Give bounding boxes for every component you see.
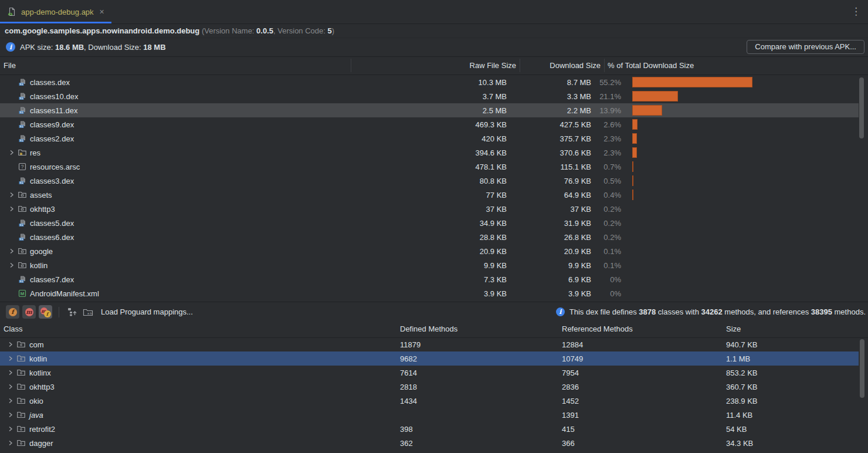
file-table: 01classes.dex10.3 MB8.7 MB55.2%01classes… bbox=[0, 75, 868, 300]
defined-methods: 11879 bbox=[400, 340, 421, 349]
tab-apk-analyzer[interactable]: app-demo-debug.apk × bbox=[0, 0, 111, 23]
class-table-row[interactable]: java139111.4 KB bbox=[0, 408, 859, 422]
file-table-row[interactable]: MAndroidManifest.xml3.9 KB3.9 KB0% bbox=[0, 286, 859, 300]
download-size: 427.5 KB bbox=[560, 120, 592, 129]
chevron-expand-icon[interactable] bbox=[5, 340, 16, 349]
scrollbar-vertical[interactable] bbox=[860, 339, 864, 398]
scrollbar-vertical[interactable] bbox=[859, 77, 864, 138]
raw-file-size: 2.5 MB bbox=[483, 106, 507, 115]
chevron-expand-icon[interactable] bbox=[5, 438, 16, 448]
dex-file-icon: 01 bbox=[18, 106, 28, 115]
version-name: 0.0.5 bbox=[256, 26, 273, 35]
file-table-row[interactable]: ?resources.arsc478.1 KB115.1 KB0.7% bbox=[0, 160, 859, 174]
file-table-row[interactable]: 01classes3.dex80.8 KB76.9 KB0.5% bbox=[0, 174, 859, 188]
file-name: classes3.dex bbox=[30, 177, 74, 185]
chevron-expand-icon[interactable] bbox=[5, 382, 16, 391]
chevron-expand-icon[interactable] bbox=[6, 204, 18, 214]
file-table-row[interactable]: kotlin9.9 KB9.9 KB0.1% bbox=[0, 258, 859, 272]
folder-icon bbox=[18, 204, 28, 214]
file-name: classes11.dex bbox=[30, 106, 77, 115]
defined-methods: 2818 bbox=[400, 383, 417, 391]
download-size-bar bbox=[632, 175, 633, 186]
load-proguard-mappings-link[interactable]: Load Proguard mappings... bbox=[101, 307, 193, 316]
referenced-methods: 1452 bbox=[562, 397, 579, 405]
package-icon bbox=[16, 382, 27, 391]
show-methods-toggle[interactable]: m bbox=[22, 305, 36, 319]
column-header-referenced-methods[interactable]: Referenced Methods bbox=[562, 321, 633, 337]
class-table-row[interactable]: okhttp328182836360.7 KB bbox=[0, 380, 859, 394]
file-table-row[interactable]: 01classes5.dex34.9 KB31.9 KB0.2% bbox=[0, 216, 859, 230]
chevron-expand-icon[interactable] bbox=[5, 410, 16, 420]
raw-file-size: 469.3 KB bbox=[476, 120, 507, 129]
column-header-download-size[interactable]: Download Size bbox=[550, 56, 601, 75]
file-table-row[interactable]: 01classes6.dex28.8 KB26.8 KB0.2% bbox=[0, 230, 859, 244]
file-table-row[interactable]: 01classes2.dex420 KB375.7 KB2.3% bbox=[0, 131, 859, 146]
column-header-pct-of-total[interactable]: % of Total Download Size bbox=[608, 56, 694, 75]
chevron-expand-icon[interactable] bbox=[5, 354, 16, 363]
column-header-file[interactable]: File bbox=[4, 56, 16, 75]
download-size-value: 18 MB bbox=[143, 43, 165, 52]
file-table-row[interactable]: assets77 KB64.9 KB0.4% bbox=[0, 188, 859, 202]
class-table-row[interactable]: kotlinx76147954853.2 KB bbox=[0, 366, 859, 380]
chevron-expand-icon[interactable] bbox=[6, 148, 18, 157]
method-field-icon: mf bbox=[40, 307, 51, 317]
package-name: kotlinx bbox=[29, 369, 51, 377]
size: 1.1 MB bbox=[726, 354, 750, 363]
download-size: 3.9 KB bbox=[568, 289, 591, 298]
pct-of-total: 0.2% bbox=[603, 205, 621, 214]
close-icon[interactable]: × bbox=[100, 8, 104, 16]
compare-apk-button[interactable]: Compare with previous APK... bbox=[747, 40, 864, 54]
download-size-bar bbox=[632, 77, 752, 87]
pct-of-total: 2.3% bbox=[603, 134, 621, 143]
download-size: 26.8 KB bbox=[564, 233, 591, 242]
file-table-row[interactable]: 01classes10.dex3.7 MB3.3 MB21.1% bbox=[0, 89, 859, 103]
svg-text:01: 01 bbox=[20, 224, 23, 226]
column-header-raw-file-size[interactable]: Raw File Size bbox=[470, 56, 516, 75]
class-table-row[interactable]: com1187912884940.7 KB bbox=[0, 337, 859, 351]
file-table-row[interactable]: res394.6 KB370.6 KB2.3% bbox=[0, 146, 859, 160]
package-icon bbox=[16, 354, 27, 363]
class-table-row[interactable]: okio14341452238.9 KB bbox=[0, 394, 859, 408]
class-table-row[interactable]: dagger36236634.3 KB bbox=[0, 436, 859, 450]
download-size-bar bbox=[632, 161, 633, 172]
chevron-expand-icon[interactable] bbox=[5, 424, 16, 434]
file-table-row[interactable]: 01classes11.dex2.5 MB2.2 MB13.9% bbox=[0, 103, 859, 117]
file-table-row[interactable]: 01classes.dex10.3 MB8.7 MB55.2% bbox=[0, 75, 859, 89]
file-table-row[interactable]: 01classes9.dex469.3 KB427.5 KB2.6% bbox=[0, 117, 859, 131]
file-name: classes7.dex bbox=[30, 275, 74, 284]
file-table-row[interactable]: google20.9 KB20.9 KB0.1% bbox=[0, 244, 859, 258]
file-table-row[interactable]: 01classes7.dex7.3 KB6.9 KB0% bbox=[0, 272, 859, 286]
more-vertical-icon[interactable]: ⋮ bbox=[851, 5, 861, 18]
folder-icon bbox=[18, 261, 28, 270]
class-table-row[interactable]: kotlin9682107491.1 MB bbox=[0, 351, 859, 366]
show-package-names-icon[interactable]: a.b bbox=[82, 306, 94, 319]
file-name: AndroidManifest.xml bbox=[30, 289, 99, 298]
pct-of-total: 0.5% bbox=[603, 177, 621, 185]
show-fields-toggle[interactable]: f bbox=[6, 305, 19, 319]
chevron-expand-icon[interactable] bbox=[6, 190, 18, 200]
referenced-methods: 415 bbox=[562, 425, 575, 434]
chevron-expand-icon[interactable] bbox=[5, 396, 16, 405]
version-info: (Version Name: 0.0.5, Version Code: 5) bbox=[199, 26, 334, 35]
class-table-row[interactable]: retrofit239841554 KB bbox=[0, 422, 859, 436]
raw-file-size: 80.8 KB bbox=[480, 177, 507, 185]
file-name: classes5.dex bbox=[30, 219, 74, 228]
chevron-expand-icon[interactable] bbox=[6, 261, 18, 270]
defined-methods: 7614 bbox=[400, 369, 417, 377]
svg-text:01: 01 bbox=[20, 125, 23, 128]
column-header-class[interactable]: Class bbox=[4, 321, 23, 337]
package-header: com.google.samples.apps.nowinandroid.dem… bbox=[0, 24, 868, 38]
download-size: 76.9 KB bbox=[564, 177, 591, 185]
chevron-expand-icon[interactable] bbox=[5, 368, 16, 377]
show-all-referenced-toggle[interactable]: mf bbox=[39, 305, 52, 319]
column-header-defined-methods[interactable]: Defined Methods bbox=[400, 321, 457, 337]
download-size: 2.2 MB bbox=[567, 106, 591, 115]
info-icon: i bbox=[556, 307, 565, 316]
svg-text:01: 01 bbox=[20, 181, 23, 184]
file-table-row[interactable]: okhttp337 KB37 KB0.2% bbox=[0, 202, 859, 216]
expand-tree-icon[interactable] bbox=[66, 306, 79, 319]
raw-file-size: 9.9 KB bbox=[484, 261, 507, 270]
svg-text:01: 01 bbox=[20, 97, 23, 100]
chevron-expand-icon[interactable] bbox=[6, 246, 18, 256]
column-header-size[interactable]: Size bbox=[726, 321, 741, 337]
